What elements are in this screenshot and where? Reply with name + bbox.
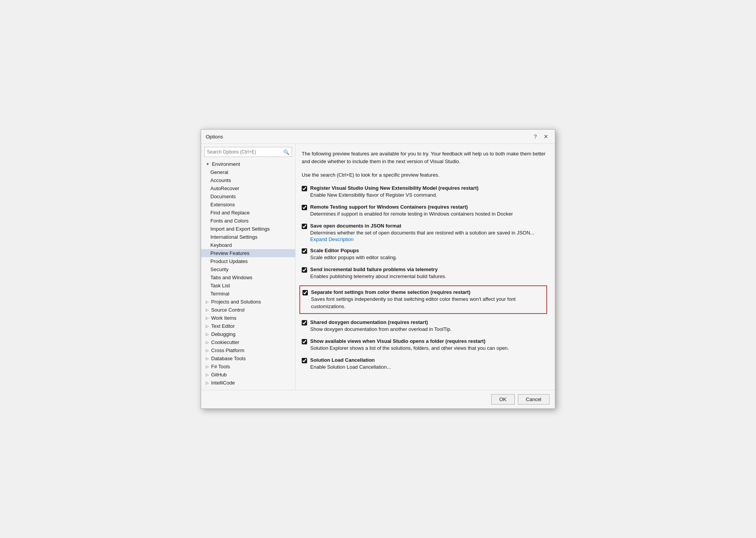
feature-item-8: Show available views when Visual Studio … <box>302 338 547 352</box>
feature-item-3: Save open documents in JSON format Deter… <box>302 223 547 242</box>
content-area: The following preview features are avail… <box>296 144 555 390</box>
feature-title-9: Solution Load Cancellation <box>310 357 547 363</box>
feature-desc-1: Enable New Extensibility flavor of Regis… <box>310 192 547 199</box>
expand-arrow-github: ▷ <box>206 373 209 377</box>
tree-environment-label: Environment <box>212 161 240 167</box>
expand-arrow-source: ▷ <box>206 308 209 312</box>
tree-fonts-colors[interactable]: Fonts and Colors <box>201 217 295 225</box>
tree-general[interactable]: General <box>201 168 295 176</box>
feature-checkbox-6[interactable] <box>302 290 308 295</box>
feature-content-4: Scale Editor Popups Scale editor popups … <box>310 248 547 261</box>
tree-keyboard[interactable]: Keyboard <box>201 241 295 249</box>
feature-title-7: Shared doxygen documentation (requires r… <box>310 319 547 325</box>
feature-content-2: Remote Testing support for Windows Conta… <box>310 204 547 218</box>
feature-checkbox-8[interactable] <box>302 339 307 344</box>
dialog-body: 🔍 ▼ Environment General Accounts AutoRec… <box>201 144 555 390</box>
feature-title-4: Scale Editor Popups <box>310 248 547 253</box>
feature-desc-2: Determines if support is enabled for rem… <box>310 211 547 218</box>
titlebar-controls: ? ✕ <box>532 133 550 140</box>
tree-extensions[interactable]: Extensions <box>201 201 295 209</box>
tree-tabs-windows[interactable]: Tabs and Windows <box>201 273 295 282</box>
feature-title-1: Register Visual Studio Using New Extensi… <box>310 185 547 191</box>
feature-title-2: Remote Testing support for Windows Conta… <box>310 204 547 210</box>
feature-item-9: Solution Load Cancellation Enable Soluti… <box>302 357 547 371</box>
expand-arrow-cross: ▷ <box>206 348 209 352</box>
feature-checkbox-7[interactable] <box>302 320 307 325</box>
feature-content-9: Solution Load Cancellation Enable Soluti… <box>310 357 547 371</box>
tree-environment[interactable]: ▼ Environment <box>201 160 295 168</box>
feature-checkbox-1[interactable] <box>302 186 307 191</box>
tree-github[interactable]: ▷ GitHub <box>201 371 295 379</box>
tree-debugging[interactable]: ▷ Debugging <box>201 330 295 338</box>
feature-desc-6: Saves font settings independently so tha… <box>311 296 543 310</box>
tree-find-replace[interactable]: Find and Replace <box>201 209 295 217</box>
intro-text-1: The following preview features are avail… <box>302 150 547 165</box>
search-input[interactable] <box>207 148 283 156</box>
feature-desc-5: Enables publishing telemetry about incre… <box>310 273 547 280</box>
feature-content-7: Shared doxygen documentation (requires r… <box>310 319 547 333</box>
feature-content-3: Save open documents in JSON format Deter… <box>310 223 547 242</box>
tree-source-control[interactable]: ▷ Source Control <box>201 306 295 314</box>
tree-terminal[interactable]: Terminal <box>201 290 295 298</box>
tree-security[interactable]: Security <box>201 265 295 273</box>
tree-product-updates[interactable]: Product Updates <box>201 257 295 265</box>
tree-documents[interactable]: Documents <box>201 192 295 201</box>
expand-description-link[interactable]: Expand Description <box>310 236 354 242</box>
tree-import-export[interactable]: Import and Export Settings <box>201 225 295 233</box>
feature-checkbox-4[interactable] <box>302 248 307 254</box>
feature-title-8: Show available views when Visual Studio … <box>310 338 547 344</box>
dialog-footer: OK Cancel <box>201 390 555 408</box>
feature-desc-3: Determines whether the set of open docum… <box>310 229 547 236</box>
feature-item-5: Send incremental build failure problems … <box>302 266 547 280</box>
tree-preview-features[interactable]: Preview Features <box>201 249 295 257</box>
tree-international[interactable]: International Settings <box>201 233 295 241</box>
expand-arrow-debug: ▷ <box>206 332 209 336</box>
search-box[interactable]: 🔍 <box>204 147 292 157</box>
feature-item-7: Shared doxygen documentation (requires r… <box>302 319 547 333</box>
left-panel: 🔍 ▼ Environment General Accounts AutoRec… <box>201 144 296 390</box>
tree-projects-solutions[interactable]: ▷ Projects and Solutions <box>201 298 295 306</box>
feature-desc-8: Solution Explorer shows a list of the so… <box>310 345 547 352</box>
feature-desc-9: Enable Solution Load Cancellation... <box>310 364 547 371</box>
close-button[interactable]: ✕ <box>542 133 550 140</box>
tree-intellicode[interactable]: ▷ IntelliCode <box>201 379 295 387</box>
feature-content-8: Show available views when Visual Studio … <box>310 338 547 352</box>
dialog-title: Options <box>206 134 223 140</box>
tree-cookiecutter[interactable]: ▷ Cookiecutter <box>201 338 295 346</box>
tree-cross-platform[interactable]: ▷ Cross Platform <box>201 346 295 354</box>
expand-arrow-db: ▷ <box>206 356 209 361</box>
feature-title-6: Separate font settings from color theme … <box>311 289 543 295</box>
feature-desc-7: Show doxygen documentation from another … <box>310 326 547 333</box>
feature-checkbox-3[interactable] <box>302 224 307 229</box>
expand-arrow: ▼ <box>206 162 210 166</box>
expand-arrow-intellicode: ▷ <box>206 381 209 385</box>
tree-accounts[interactable]: Accounts <box>201 176 295 184</box>
tree-text-editor[interactable]: ▷ Text Editor <box>201 322 295 330</box>
ok-button[interactable]: OK <box>491 394 515 405</box>
tree-task-list[interactable]: Task List <box>201 282 295 290</box>
tree-database-tools[interactable]: ▷ Database Tools <box>201 354 295 363</box>
feature-content-1: Register Visual Studio Using New Extensi… <box>310 185 547 199</box>
right-panel: The following preview features are avail… <box>296 144 555 390</box>
feature-checkbox-2[interactable] <box>302 205 307 210</box>
tree-container: ▼ Environment General Accounts AutoRecov… <box>201 160 295 390</box>
feature-checkbox-9[interactable] <box>302 358 307 363</box>
feature-desc-4: Scale editor popups with editor scaling. <box>310 254 547 261</box>
search-icon: 🔍 <box>283 149 289 155</box>
expand-arrow-work: ▷ <box>206 316 209 320</box>
feature-item-6: Separate font settings from color theme … <box>299 285 547 314</box>
tree-autorecover[interactable]: AutoRecover <box>201 184 295 192</box>
feature-title-5: Send incremental build failure problems … <box>310 266 547 272</box>
titlebar: Options ? ✕ <box>201 130 555 144</box>
tree-work-items[interactable]: ▷ Work Items <box>201 314 295 322</box>
feature-item-2: Remote Testing support for Windows Conta… <box>302 204 547 218</box>
cancel-button[interactable]: Cancel <box>518 394 549 405</box>
feature-checkbox-5[interactable] <box>302 267 307 273</box>
help-button[interactable]: ? <box>532 133 539 140</box>
expand-arrow-fsharp: ▷ <box>206 364 209 369</box>
tree-fsharp-tools[interactable]: ▷ F# Tools <box>201 363 295 371</box>
feature-item-1: Register Visual Studio Using New Extensi… <box>302 185 547 199</box>
expand-arrow-projects: ▷ <box>206 300 209 304</box>
feature-title-3: Save open documents in JSON format <box>310 223 547 229</box>
intro-text-2: Use the search (Ctrl+E) to look for a sp… <box>302 171 547 179</box>
